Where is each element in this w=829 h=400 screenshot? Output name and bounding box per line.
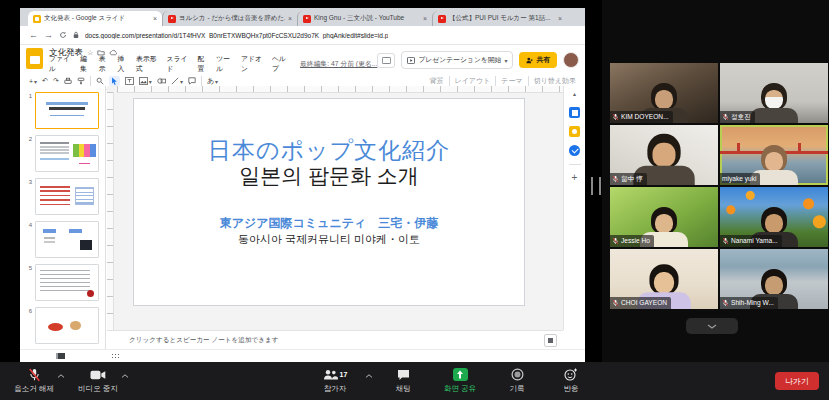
menu-arrange[interactable]: 配置 — [197, 54, 209, 74]
menu-tools[interactable]: ツール — [216, 54, 234, 74]
menu-addons[interactable]: アドオン — [241, 54, 265, 74]
tab-youtube-molcar[interactable]: 【公式】PUI PUI モルカー 第1話... × — [432, 11, 567, 26]
vertical-ruler — [107, 92, 114, 330]
slide-thumbnail-3[interactable]: 3 — [22, 177, 103, 216]
select-tool-icon[interactable] — [109, 76, 120, 86]
reactions-button[interactable]: 반응 — [546, 367, 596, 394]
video-tile-kim-doyeon[interactable]: KIM DOYEON... — [610, 63, 718, 123]
tab-title: 【公式】PUI PUI モルカー 第1話... — [449, 14, 555, 23]
reload-icon[interactable] — [59, 31, 67, 39]
redo-icon[interactable]: ↷ — [53, 77, 59, 85]
menu-insert[interactable]: 挿入 — [117, 54, 129, 74]
insert-shape-icon[interactable] — [157, 77, 166, 85]
tab-close-icon[interactable]: × — [288, 15, 292, 22]
leave-meeting-button[interactable]: 나가기 — [775, 372, 819, 390]
participant-count: 17 — [340, 371, 348, 378]
video-tile-hatanaka[interactable]: 畠中 惇 — [610, 125, 718, 185]
paint-format-icon[interactable] — [77, 77, 85, 85]
back-icon[interactable]: ← — [29, 31, 38, 40]
browser-window: 文化発表 - Google スライド × ヨルシカ - だから僕は音楽を辞めた.… — [20, 8, 585, 362]
collapse-video-panel-button[interactable] — [686, 318, 738, 334]
theme-button[interactable]: テーマ — [501, 76, 522, 86]
present-button[interactable]: プレゼンテーションを開始 ▾ — [401, 51, 513, 69]
chevron-down-icon[interactable]: ▾ — [504, 57, 507, 64]
meet-icon[interactable] — [377, 53, 395, 68]
share-button[interactable]: 共有 — [519, 52, 557, 68]
speaker-notes-placeholder[interactable]: クリックするとスピーカー ノートを追加できます — [129, 336, 544, 345]
chevron-up-icon[interactable] — [121, 374, 129, 378]
chat-button[interactable]: 채팅 — [378, 367, 428, 394]
tab-close-icon[interactable]: × — [423, 15, 427, 22]
notes-options-button[interactable] — [544, 334, 557, 347]
collapse-toolbar-icon[interactable]: ▾ — [573, 92, 576, 99]
menu-view[interactable]: 表示 — [99, 54, 111, 74]
menu-slide[interactable]: スライド — [167, 54, 191, 74]
panel-drag-handle[interactable] — [591, 177, 601, 195]
print-icon[interactable] — [64, 77, 72, 85]
text-box-icon[interactable] — [125, 77, 134, 85]
menu-help[interactable]: ヘルプ — [272, 54, 290, 74]
tab-youtube-kinggnu[interactable]: King Gnu - 三文小説 - YouTube × — [297, 11, 432, 26]
account-avatar[interactable] — [563, 52, 579, 68]
record-button[interactable]: 기록 — [492, 367, 542, 394]
video-tile-jeong-hojin[interactable]: 정호진 — [720, 63, 828, 123]
insert-line-icon[interactable]: ▾ — [171, 77, 183, 85]
text-tool-icon[interactable]: あ▾ — [207, 76, 218, 86]
horizontal-ruler — [117, 86, 563, 93]
insert-image-icon[interactable]: ▾ — [139, 77, 152, 85]
speaker-notes-bar[interactable]: クリックするとスピーカー ノートを追加できます — [107, 330, 563, 350]
tab-close-icon[interactable]: × — [558, 15, 562, 22]
video-tile-shih-ming[interactable]: Shih-Ming W... — [720, 249, 828, 309]
smiley-reaction-icon — [564, 368, 578, 381]
slides-menu-bar: ファイル 編集 表示 挿入 表示形式 スライド 配置 ツール アドオン ヘルプ … — [49, 58, 377, 70]
menu-format[interactable]: 表示形式 — [136, 54, 159, 74]
keep-icon[interactable] — [569, 126, 580, 137]
menu-file[interactable]: ファイル — [49, 54, 73, 74]
slide-byline-japanese[interactable]: 東アジア国際コミュニティ 三宅・伊藤 — [134, 215, 524, 232]
chevron-up-icon[interactable] — [57, 374, 65, 378]
add-addon-icon[interactable]: + — [572, 173, 578, 183]
forward-icon[interactable]: → — [44, 31, 53, 40]
url-text[interactable]: docs.google.com/presentation/d/1T4fHVX_B… — [85, 32, 388, 39]
slide-thumbnail-2[interactable]: 2 — [22, 134, 103, 173]
zoom-icon[interactable] — [96, 77, 104, 85]
layout-button[interactable]: レイアウト — [455, 76, 491, 86]
slide-title-japanese[interactable]: 日本のポップ文化紹介 — [134, 137, 524, 163]
youtube-favicon — [438, 15, 446, 23]
share-screen-button[interactable]: 화면 공유 — [428, 367, 492, 394]
current-slide[interactable]: 日本のポップ文化紹介 일본의 팝문화 소개 東アジア国際コミュニティ 三宅・伊藤… — [133, 98, 525, 306]
slide-thumbnail-6[interactable]: 6 — [22, 306, 103, 345]
video-tile-jessie-ho[interactable]: Jessie Ho — [610, 187, 718, 247]
tab-close-icon[interactable]: × — [153, 15, 157, 22]
video-tile-nanami-yama[interactable]: Nanami Yama... — [720, 187, 828, 247]
background-button[interactable]: 背景 — [430, 76, 444, 86]
slide-thumbnail-5[interactable]: 5 — [22, 263, 103, 302]
tab-title: 文化発表 - Google スライド — [44, 14, 150, 23]
last-edit-link[interactable]: 最終編集: 47 分前 (更名... — [300, 59, 377, 69]
slide-thumbnail-4[interactable]: 4 — [22, 220, 103, 259]
slide-title-korean[interactable]: 일본의 팝문화 소개 — [134, 163, 524, 188]
menu-edit[interactable]: 編集 — [80, 54, 92, 74]
stop-video-button[interactable]: 비디오 중지 — [66, 367, 130, 394]
slide-thumbnail-1[interactable]: 1 — [22, 91, 103, 130]
share-screen-icon — [453, 368, 468, 381]
slide-thumbnail-panel: 1 2 3 4 5 6 7 — [20, 86, 106, 350]
participants-button[interactable]: 17 참가자 — [303, 367, 367, 394]
chevron-up-icon[interactable] — [365, 374, 373, 378]
tab-youtube-yorushika[interactable]: ヨルシカ - だから僕は音楽を辞めた... × — [162, 11, 297, 26]
insert-comment-icon[interactable] — [188, 77, 196, 85]
calendar-icon[interactable] — [569, 107, 580, 118]
transition-button[interactable]: 切り替え効果 — [534, 76, 576, 86]
slide-byline-korean[interactable]: 동아시아 국제커뮤니티 미야케・이토 — [134, 232, 524, 247]
present-label: プレゼンテーションを開始 — [418, 55, 501, 65]
video-tile-choi-gayeon[interactable]: CHOI GAYEON — [610, 249, 718, 309]
tasks-icon[interactable] — [569, 145, 580, 156]
undo-icon[interactable]: ↶ — [42, 77, 48, 85]
grid-view-icon[interactable] — [111, 353, 120, 359]
muted-mic-icon — [612, 113, 619, 121]
unmute-button[interactable]: 음소거 해제 — [2, 367, 66, 394]
new-slide-button[interactable]: +▾ — [29, 78, 37, 85]
video-tile-miyake-yuki-active-speaker[interactable]: miyake yuki — [720, 125, 828, 185]
tab-slides[interactable]: 文化発表 - Google スライド × — [28, 11, 162, 26]
filmstrip-view-icon[interactable] — [56, 353, 65, 359]
